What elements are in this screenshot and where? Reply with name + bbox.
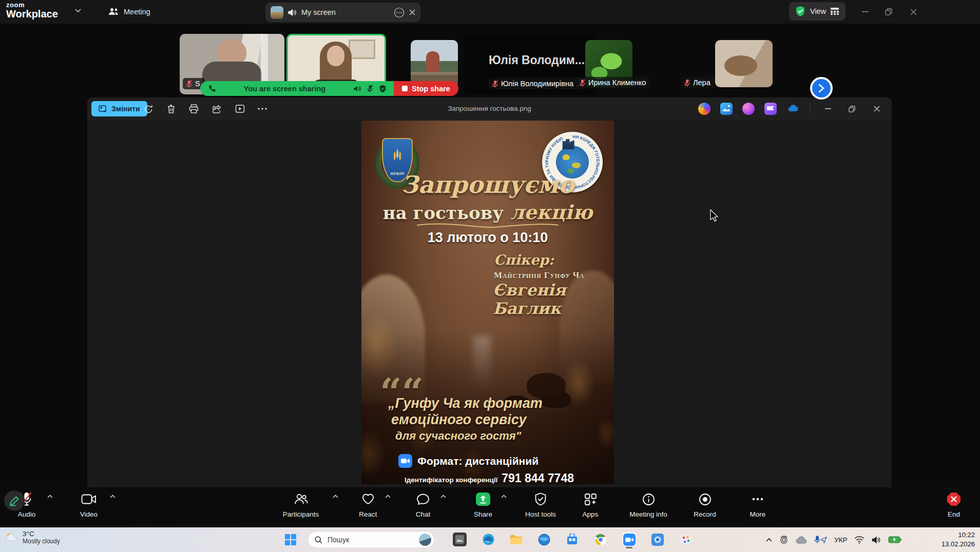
clipchamp-icon[interactable] — [764, 103, 777, 115]
copilot-icon[interactable] — [698, 103, 710, 115]
apps-icon[interactable] — [584, 490, 597, 508]
meeting-info-label: Meeting info — [629, 510, 667, 518]
viewer-minimize-button[interactable] — [822, 103, 834, 114]
next-participants-button[interactable] — [810, 77, 833, 100]
people-icon — [109, 8, 119, 16]
participant-name-label: Лера — [681, 77, 715, 88]
participant-display-name: Юлія Володим... — [489, 53, 585, 67]
photos-icon[interactable] — [650, 533, 664, 546]
end-meeting-icon[interactable] — [947, 490, 961, 508]
quote-line: емоційного сервісу — [391, 412, 526, 428]
audio-on-icon[interactable] — [353, 85, 361, 92]
host-tools-label: Host tools — [525, 510, 556, 518]
react-options-chevron[interactable] — [385, 495, 391, 498]
speaker-icon — [288, 9, 297, 16]
shield-icon[interactable] — [379, 85, 387, 93]
window-minimize-button[interactable] — [853, 0, 877, 24]
flourish-divider — [416, 221, 560, 228]
chat-control[interactable]: Chat — [409, 490, 437, 518]
record-icon[interactable] — [699, 490, 712, 508]
gallery-icon[interactable] — [720, 103, 733, 115]
react-heart-icon[interactable] — [361, 490, 375, 508]
weather-icon — [4, 530, 18, 545]
weather-condition: Mostly cloudy — [23, 538, 60, 545]
app-tab-bar: zoom Workplace Meeting My screen — [0, 0, 980, 24]
conference-id-row: Ідентифікатор конференції 791 844 7748 — [405, 471, 574, 484]
onedrive-icon[interactable] — [787, 103, 799, 115]
share-label: Share — [474, 510, 492, 518]
share-options-chevron[interactable] — [501, 495, 507, 498]
edge-icon[interactable] — [482, 533, 495, 546]
tab-meeting[interactable]: Meeting — [104, 0, 156, 24]
apps-control[interactable]: Apps — [576, 490, 605, 518]
window-restore-button[interactable] — [877, 0, 900, 24]
mic-muted-icon[interactable] — [367, 85, 374, 92]
chat-options-chevron[interactable] — [440, 495, 446, 498]
audio-options-chevron[interactable] — [47, 495, 53, 498]
browser-icon[interactable] — [537, 533, 551, 546]
participants-label: Participants — [283, 510, 319, 518]
annotation-pencil-icon[interactable] — [4, 490, 25, 511]
language-indicator[interactable]: УКР — [834, 536, 847, 544]
photos-app-window: Змінити Запрошення гостьова.png — [87, 97, 892, 487]
screen-share-thumbnail — [271, 6, 283, 19]
share-screen-icon[interactable] — [475, 490, 491, 508]
chat-bubble-icon[interactable] — [416, 490, 430, 508]
weather-widget[interactable]: 3°C Mostly cloudy — [4, 530, 60, 545]
stop-share-button[interactable]: Stop share — [394, 81, 458, 96]
search-highlight-image[interactable] — [419, 534, 431, 546]
volume-icon[interactable] — [872, 536, 881, 544]
participants-options-chevron[interactable] — [333, 495, 338, 498]
more-control[interactable]: More — [743, 490, 772, 518]
participants-control[interactable]: Participants — [277, 490, 324, 518]
chrome-icon[interactable] — [593, 533, 607, 546]
battery-icon[interactable] — [888, 536, 901, 543]
store-icon[interactable] — [565, 533, 579, 546]
onedrive-tray-icon[interactable] — [796, 536, 807, 544]
tab-options-icon[interactable] — [394, 7, 405, 18]
host-tools-shield-icon[interactable] — [534, 490, 547, 508]
start-button[interactable] — [283, 533, 297, 546]
host-tools-control[interactable]: Host tools — [521, 490, 561, 518]
info-icon[interactable] — [642, 490, 655, 508]
view-button[interactable]: View — [789, 2, 846, 21]
file-explorer-icon[interactable] — [509, 533, 523, 546]
sharing-status: You are screen sharing — [200, 81, 394, 96]
mic-in-use-tray-icon[interactable] — [814, 536, 827, 544]
tray-expand-chevron[interactable] — [766, 538, 772, 542]
chevron-down-icon[interactable] — [75, 9, 81, 13]
toolbar-divider — [810, 103, 811, 115]
zoom-taskbar-icon[interactable] — [622, 533, 636, 546]
record-control[interactable]: Record — [688, 490, 722, 518]
tray-ring-icon[interactable] — [779, 535, 789, 544]
video-options-chevron[interactable] — [110, 495, 116, 498]
poster-headline: Запрошуємо — [361, 171, 614, 199]
logo-line2: Workplace — [6, 9, 58, 19]
participant-avatar-tile[interactable] — [411, 40, 458, 87]
tab-close-icon[interactable] — [409, 9, 415, 15]
tab-my-screen[interactable]: My screen — [265, 3, 420, 22]
participant-video-tile[interactable] — [715, 40, 773, 87]
more-icon[interactable] — [752, 490, 763, 508]
share-control[interactable]: Share — [468, 490, 498, 518]
designer-icon[interactable] — [742, 103, 755, 115]
end-meeting-control[interactable]: End — [938, 490, 969, 518]
meeting-info-control[interactable]: Meeting info — [622, 490, 675, 518]
wifi-icon[interactable] — [854, 536, 864, 544]
window-close-button[interactable] — [901, 0, 925, 24]
chat-label: Chat — [416, 510, 431, 518]
react-control[interactable]: React — [353, 490, 383, 518]
security-shield-icon[interactable] — [795, 6, 805, 17]
taskbar-search[interactable]: Пошук — [308, 531, 434, 548]
photo-thumbnail-app-icon[interactable] — [453, 533, 467, 546]
video-camera-icon[interactable] — [81, 490, 97, 508]
taskbar-clock[interactable]: 10:22 13.02.2026 — [941, 530, 975, 548]
screen-sharing-bar: You are screen sharing Stop share — [200, 81, 458, 96]
viewer-close-button[interactable] — [871, 103, 882, 114]
paint-icon[interactable] — [679, 533, 693, 546]
video-control[interactable]: Video — [72, 490, 106, 518]
video-label: Video — [80, 510, 98, 518]
viewer-restore-button[interactable] — [846, 103, 857, 114]
participants-icon[interactable] — [294, 490, 308, 508]
search-icon — [315, 536, 322, 544]
